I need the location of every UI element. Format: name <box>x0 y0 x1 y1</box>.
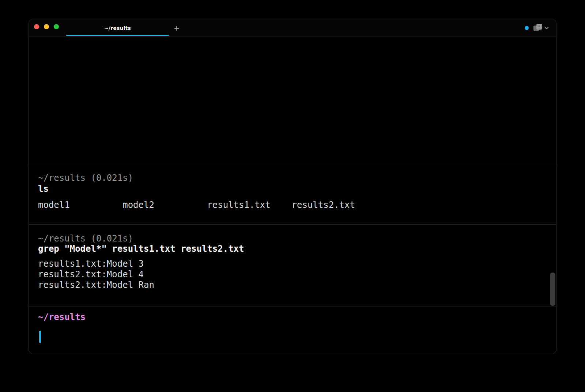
terminal-content: ~/results (0.021s) ls model1 model2 resu… <box>29 37 556 354</box>
block-output-line: results2.txt:Model Ran <box>38 280 154 290</box>
block-output-line: results1.txt:Model 3 <box>38 259 144 269</box>
block-divider <box>29 164 556 164</box>
prompt-path: ~/results <box>38 312 86 323</box>
scrollbar-thumb[interactable] <box>550 273 555 306</box>
block-command: grep "Model*" results1.txt results2.txt <box>38 244 244 254</box>
stacked-windows-icon <box>533 23 543 33</box>
block-divider <box>29 224 556 225</box>
block-context: ~/results (0.021s) <box>38 173 133 183</box>
block-command: ls <box>38 184 49 194</box>
block-divider <box>29 307 556 307</box>
block-context: ~/results (0.021s) <box>38 233 133 244</box>
fullscreen-button[interactable] <box>54 24 59 29</box>
new-tab-button[interactable]: + <box>169 19 184 37</box>
block-output-line: model1 model2 results1.txt results2.txt <box>38 200 355 210</box>
tabbar-right-cluster <box>525 19 550 37</box>
tab-title: ~/results <box>104 25 131 31</box>
active-tab-indicator <box>66 35 169 36</box>
close-button[interactable] <box>34 24 39 29</box>
tab-bar: ~/results + <box>29 19 556 37</box>
text-cursor <box>39 331 41 343</box>
notification-dot-icon <box>525 26 529 30</box>
traffic-lights <box>34 24 59 29</box>
minimize-button[interactable] <box>44 24 49 29</box>
terminal-window: ~/results + <box>29 19 556 354</box>
window-menu-button[interactable] <box>532 22 550 34</box>
chevron-down-icon <box>544 25 549 31</box>
block-output-line: results2.txt:Model 4 <box>38 269 144 280</box>
tab-results[interactable]: ~/results <box>66 19 169 37</box>
